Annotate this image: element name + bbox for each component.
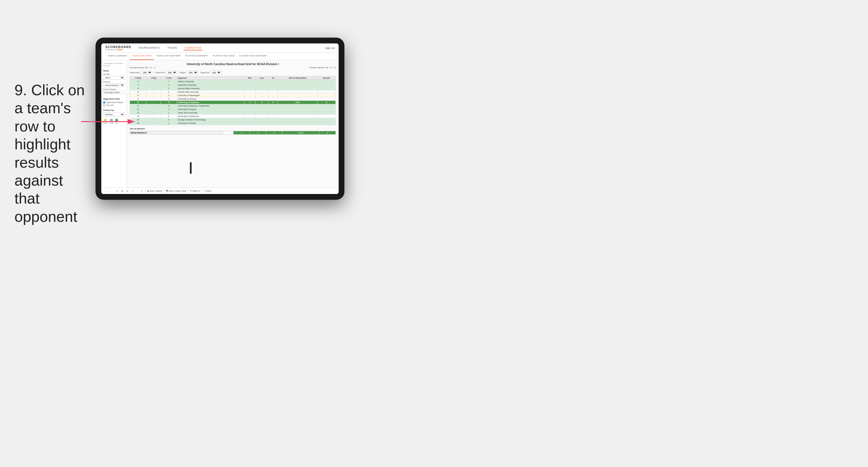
gender-label: Gender [103, 73, 125, 75]
opponent-filter-select[interactable]: (All) [210, 71, 221, 75]
legend-up-dot [115, 119, 118, 122]
rank-cell: 13 [130, 111, 147, 115]
toolbar-dot[interactable]: · [136, 189, 138, 192]
view-icon: ◉ [147, 190, 149, 192]
rank-cell: 9 [130, 97, 147, 101]
reg-cell: - [147, 104, 161, 108]
reg-cell: - [147, 101, 161, 104]
step-number: 9. [14, 82, 27, 98]
rounds-cell [317, 122, 336, 125]
conf-cell: 6 [161, 104, 177, 108]
table-row[interactable]: 8-2University of Washington [130, 94, 336, 97]
opponents-filter-label: Opponents: [130, 71, 140, 74]
conf-cell: 1 [161, 80, 177, 83]
toolbar-sep1 [145, 189, 146, 193]
toolbar-add[interactable]: ⊕ [126, 189, 129, 193]
nav-items: TOURNAMENTS TEAMS COMMITTEE [137, 46, 325, 50]
out-division-row[interactable]: NCAA Division II 1 0 0 26.00 3 [130, 131, 336, 135]
sub-nav-team-summary[interactable]: TEAM SUMMARY [105, 53, 130, 60]
loss-cell [255, 104, 268, 108]
tie-cell [268, 108, 278, 111]
sub-nav-team-h2h-heatmap[interactable]: TEAM H2H HEATMAP [154, 53, 183, 60]
sub-nav-player-summary[interactable]: PLAYER SUMMARY [183, 53, 210, 60]
toolbar-grid[interactable]: ⊞ [120, 189, 124, 193]
toolbar-circle[interactable]: ⊙ [140, 189, 144, 193]
win-cell [244, 80, 255, 83]
toolbar-share[interactable]: ↗ Share [204, 190, 212, 192]
school-input[interactable] [103, 91, 125, 94]
division-select[interactable]: NCAA Division I [103, 83, 125, 87]
left-panel: Last Updated: 27/03/2024 16:55:38 Team G… [101, 60, 127, 187]
sub-nav-player-h2h-heatmap[interactable]: PLAYER H2H HEATMAP [237, 53, 269, 60]
records-row: Overall Record: 89 - 17 - 0 Division Rec… [130, 66, 336, 69]
conf-cell: 1 [161, 122, 177, 125]
toolbar-view[interactable]: ◉ View: Original [147, 190, 162, 192]
tie-cell [268, 115, 278, 118]
opponent-view-title: Opponent View [103, 97, 125, 100]
rounds-cell [317, 97, 336, 101]
table-row[interactable]: 6-2Florida State University [130, 90, 336, 94]
h2h-grid-table: # Rank # Reg # Conf Opponent Win Loss Ti… [130, 76, 336, 125]
reg-cell: - [147, 90, 161, 94]
opponents-filter-select[interactable]: (All) [141, 71, 152, 75]
opponents-played-radio[interactable]: Opponents Played [103, 101, 125, 104]
opponent-cell: University of Alabama [177, 101, 244, 104]
opponent-cell: Vanderbilt University [177, 83, 244, 87]
nav-committee[interactable]: COMMITTEE [184, 46, 203, 50]
sign-out-link[interactable]: Sign out [325, 47, 335, 50]
table-row[interactable]: 11-5University of Alabama3002.618 [130, 101, 336, 104]
win-cell [244, 104, 255, 108]
opponent-cell: University of Arizona [177, 97, 244, 101]
rounds-cell [317, 104, 336, 108]
toolbar-redo[interactable]: → [110, 189, 114, 192]
diff-cell [278, 108, 317, 111]
division-record: Division Record: 88 - 17 - 0 [309, 66, 336, 69]
colour-by-select[interactable]: Win/loss [103, 113, 125, 116]
loss-cell [255, 87, 268, 90]
rank-cell: 12 [130, 108, 147, 111]
table-row[interactable]: 2-1Auburn University [130, 80, 336, 83]
toolbar-refresh[interactable]: ↺ [115, 189, 119, 193]
sub-navigation: TEAM SUMMARY TEAM H2H GRID TEAM H2H HEAT… [101, 53, 339, 60]
region-filter-label: Region [180, 71, 186, 74]
rounds-cell [317, 94, 336, 97]
reg-cell: - [147, 83, 161, 87]
table-row[interactable]: 16-1University of Florida [130, 122, 336, 125]
nav-teams[interactable]: TEAMS [166, 46, 178, 50]
toolbar-back[interactable]: ↩ [131, 189, 134, 193]
table-row[interactable]: 11-6University of Arkansas, Fayetteville [130, 104, 336, 108]
toolbar-undo[interactable]: ← [104, 189, 108, 192]
gender-select[interactable]: Men's [103, 76, 125, 80]
table-row[interactable]: 9-3University of Arizona [130, 97, 336, 101]
opponent-filter-label: Opponent [200, 71, 210, 74]
watch-label: Watch ▾ [192, 190, 200, 192]
out-division-table: NCAA Division II 1 0 0 26.00 3 [130, 131, 336, 135]
toolbar-save[interactable]: 💾 Save Custom View [166, 190, 186, 192]
win-cell [244, 90, 255, 94]
tablet-screen: SCOREBOARD Powered by clippd TOURNAMENTS… [101, 43, 339, 194]
toolbar-watch[interactable]: 👁 Watch ▾ [190, 190, 200, 192]
table-row[interactable]: 13-1Texas Tech University [130, 111, 336, 115]
division-label: Division [103, 81, 125, 83]
logo-area: SCOREBOARD Powered by clippd [105, 45, 131, 51]
table-row[interactable]: 3-2Vanderbilt University [130, 83, 336, 87]
legend-row: Down Level Up [103, 119, 125, 124]
table-row[interactable]: 12-3University of Virginia [130, 108, 336, 111]
col-reg: # Reg [147, 77, 161, 80]
reg-cell: - [147, 94, 161, 97]
table-row[interactable]: 15-4Georgia Institute of Technology [130, 118, 336, 122]
top-100-radio[interactable]: Top 100 [103, 104, 125, 107]
col-loss: Loss [255, 77, 268, 80]
win-cell [244, 111, 255, 115]
conference-filter-select[interactable]: (All) [166, 71, 177, 75]
table-row[interactable]: 14-2University of Oklahoma [130, 115, 336, 118]
region-filter-select[interactable]: (All) [187, 71, 198, 75]
table-row[interactable]: 4-1Arizona State University [130, 87, 336, 90]
sub-nav-team-h2h-grid[interactable]: TEAM H2H GRID [130, 53, 154, 60]
top-navigation: SCOREBOARD Powered by clippd TOURNAMENTS… [101, 43, 339, 53]
nav-tournaments[interactable]: TOURNAMENTS [137, 46, 161, 50]
reg-cell: - [147, 111, 161, 115]
win-cell [244, 97, 255, 101]
sub-nav-player-h2h-grid[interactable]: PLAYER H2H GRID [210, 53, 237, 60]
diff-cell [278, 87, 317, 90]
